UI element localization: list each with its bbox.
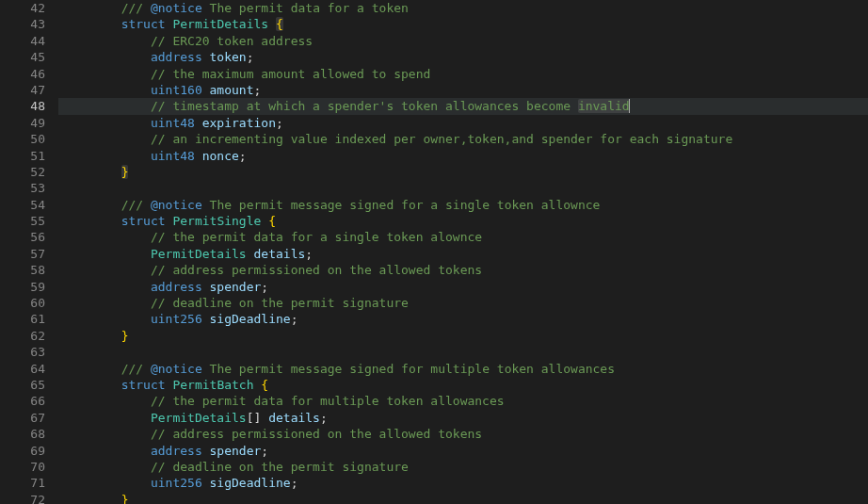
token-bracket1: } xyxy=(121,329,129,343)
indent xyxy=(62,427,151,441)
token-var: details xyxy=(268,411,320,425)
token-typename: PermitSingle xyxy=(172,214,261,228)
code-line[interactable]: // the permit data for a single token al… xyxy=(62,229,868,245)
token-comment: // address permissioned on the allowed t… xyxy=(151,427,482,441)
code-line[interactable]: address spender; xyxy=(62,279,868,295)
token-punct: ; xyxy=(239,149,247,163)
token-var: spender xyxy=(210,280,262,294)
line-number-gutter: 4243444546474849505152535455565758596061… xyxy=(0,0,62,504)
token-punct: ; xyxy=(320,411,328,425)
line-number: 69 xyxy=(0,443,45,459)
token-doccomment: The permit data for a token xyxy=(202,1,409,15)
token-var: amount xyxy=(210,83,254,97)
token-bracket1: } xyxy=(121,165,129,179)
token-doctag: @notice xyxy=(151,198,202,212)
token-doccomment: The permit message signed for a single t… xyxy=(202,198,601,212)
code-line[interactable]: // timestamp at which a spender's token … xyxy=(58,98,868,114)
line-number: 47 xyxy=(0,82,45,98)
token-keyword: uint48 xyxy=(151,116,195,130)
code-line[interactable]: uint256 sigDeadline; xyxy=(62,475,868,491)
line-number: 64 xyxy=(0,361,45,377)
code-line[interactable]: /// @notice The permit data for a token xyxy=(62,0,868,16)
token-comment: // address permissioned on the allowed t… xyxy=(151,263,482,277)
code-line[interactable]: // address permissioned on the allowed t… xyxy=(62,262,868,278)
indent xyxy=(62,378,121,392)
code-line[interactable]: PermitDetails[] details; xyxy=(62,410,868,426)
code-line[interactable]: uint256 sigDeadline; xyxy=(62,311,868,327)
line-number: 48 xyxy=(0,98,45,114)
token-typename: PermitDetails xyxy=(151,247,247,261)
code-line[interactable]: /// @notice The permit message signed fo… xyxy=(62,361,868,377)
code-line[interactable]: PermitDetails details; xyxy=(62,246,868,262)
token-var: sigDeadline xyxy=(210,476,291,490)
line-number: 50 xyxy=(0,131,45,147)
token-plain xyxy=(202,312,210,326)
code-line[interactable]: struct PermitBatch { xyxy=(62,377,868,393)
token-keyword: uint256 xyxy=(151,312,202,326)
indent xyxy=(62,83,151,97)
code-line[interactable]: // deadline on the permit signature xyxy=(62,459,868,475)
indent xyxy=(62,17,121,31)
code-line[interactable]: struct PermitSingle { xyxy=(62,213,868,229)
token-bracket1: { xyxy=(268,214,276,228)
code-line[interactable]: struct PermitDetails { xyxy=(62,16,868,32)
line-number: 44 xyxy=(0,33,45,49)
token-plain xyxy=(202,476,210,490)
indent xyxy=(62,50,151,64)
code-line[interactable]: // address permissioned on the allowed t… xyxy=(62,426,868,442)
code-line[interactable]: // deadline on the permit signature xyxy=(62,295,868,311)
token-keyword: uint160 xyxy=(151,83,202,97)
code-line[interactable]: // the maximum amount allowed to spend xyxy=(62,66,868,82)
code-line[interactable]: // the permit data for multiple token al… xyxy=(62,393,868,409)
indent xyxy=(62,165,121,179)
token-doctag: @notice xyxy=(151,362,202,376)
line-number: 66 xyxy=(0,393,45,409)
code-line[interactable]: // an incrementing value indexed per own… xyxy=(62,131,868,147)
token-plain xyxy=(261,214,268,228)
token-comment: // the permit data for multiple token al… xyxy=(151,394,505,408)
token-plain xyxy=(247,247,254,261)
line-number: 49 xyxy=(0,115,45,131)
token-var: expiration xyxy=(202,116,276,130)
code-line[interactable]: } xyxy=(62,328,868,344)
code-line[interactable] xyxy=(62,344,868,360)
token-keyword: struct xyxy=(121,17,166,31)
code-line[interactable]: address token; xyxy=(62,49,868,65)
line-number: 45 xyxy=(0,49,45,65)
indent xyxy=(62,132,151,146)
token-var: token xyxy=(210,50,247,64)
token-comment: // deadline on the permit signature xyxy=(151,296,409,310)
token-plain xyxy=(202,83,210,97)
line-number: 62 xyxy=(0,328,45,344)
line-number: 68 xyxy=(0,426,45,442)
code-line[interactable]: } xyxy=(62,492,868,504)
line-number: 61 xyxy=(0,311,45,327)
token-typename: PermitDetails xyxy=(172,17,268,31)
indent xyxy=(62,67,151,81)
indent xyxy=(62,460,151,474)
token-plain xyxy=(202,444,210,458)
code-line[interactable]: } xyxy=(62,164,868,180)
indent xyxy=(62,329,121,343)
code-line[interactable] xyxy=(62,180,868,196)
indent xyxy=(62,476,151,490)
token-comment: // timestamp at which a spender's token … xyxy=(151,99,578,113)
line-number: 54 xyxy=(0,197,45,213)
indent xyxy=(62,214,121,228)
code-line[interactable]: uint48 nonce; xyxy=(62,148,868,164)
indent xyxy=(62,149,151,163)
token-keyword: uint256 xyxy=(151,476,202,490)
indent xyxy=(62,99,151,113)
token-doccomment: /// xyxy=(121,198,151,212)
indent xyxy=(62,280,151,294)
code-line[interactable]: /// @notice The permit message signed fo… xyxy=(62,197,868,213)
line-number: 55 xyxy=(0,213,45,229)
code-editor-area[interactable]: /// @notice The permit data for a token … xyxy=(62,0,868,504)
token-keyword: struct xyxy=(121,214,166,228)
code-line[interactable]: // ERC20 token address xyxy=(62,33,868,49)
code-line[interactable]: address spender; xyxy=(62,443,868,459)
code-line[interactable]: uint160 amount; xyxy=(62,82,868,98)
token-comment: // deadline on the permit signature xyxy=(151,460,409,474)
line-number: 58 xyxy=(0,262,45,278)
code-line[interactable]: uint48 expiration; xyxy=(62,115,868,131)
